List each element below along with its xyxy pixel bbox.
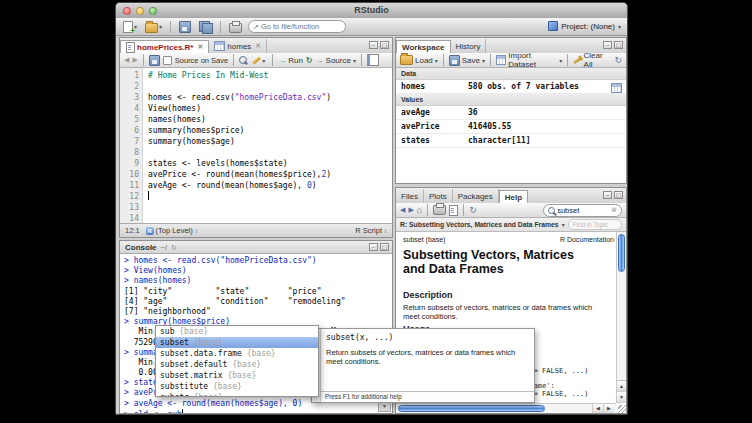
code-line[interactable]: 11aveAge <- round(mean(homes$age), 0) xyxy=(120,180,392,191)
console-prompt-line[interactable]: > old <- sub xyxy=(124,409,392,413)
tab-homeprices-r[interactable]: homePrices.R* ✕ xyxy=(120,40,209,54)
maximize-pane-button[interactable]: ▢ xyxy=(614,191,623,199)
code-line[interactable]: 4View(homes) xyxy=(120,103,392,114)
minimize-pane-button[interactable]: ‒ xyxy=(369,243,378,251)
save-all-button[interactable] xyxy=(197,20,214,33)
help-topic-title[interactable]: R: Subsetting Vectors, Matrices and Data… xyxy=(400,221,559,228)
completion-item[interactable]: substitute {base} xyxy=(156,381,318,392)
new-file-button[interactable]: ▾ xyxy=(121,20,139,34)
save-workspace-button[interactable]: Save▾ xyxy=(449,55,485,66)
close-tab-icon[interactable]: ✕ xyxy=(255,42,261,50)
tab-plots[interactable]: Plots xyxy=(424,189,453,203)
scroll-left-icon[interactable]: ◀ xyxy=(592,404,603,413)
scrollbar-thumb[interactable] xyxy=(398,405,545,412)
maximize-pane-button[interactable]: ▢ xyxy=(614,41,623,49)
import-dataset-button[interactable]: Import Dataset▾ xyxy=(496,51,562,69)
code-line[interactable]: 2 xyxy=(120,81,392,92)
clear-all-button[interactable]: Clear All xyxy=(573,51,611,69)
workspace-object-row[interactable]: statescharacter[11] xyxy=(396,134,626,148)
refresh-icon[interactable]: ↻ xyxy=(469,206,477,215)
back-icon[interactable]: ◀ xyxy=(124,56,129,64)
open-in-new-window-icon[interactable] xyxy=(449,205,458,216)
print-button[interactable] xyxy=(227,20,244,34)
find-in-topic-input[interactable]: Find in Topic xyxy=(568,219,622,230)
code-line[interactable]: 10avePrice <- round(mean(homes$price),2) xyxy=(120,169,392,180)
save-icon[interactable] xyxy=(149,55,160,66)
open-file-button[interactable]: ▾ xyxy=(143,20,164,34)
code-editor[interactable]: 1# Home Prices In Mid-West23homes <- rea… xyxy=(120,68,392,223)
home-icon[interactable]: ⌂ xyxy=(417,206,422,215)
source-on-save-checkbox[interactable] xyxy=(163,56,172,65)
resize-grip[interactable] xyxy=(618,405,626,413)
minimize-pane-button[interactable]: ‒ xyxy=(369,41,378,49)
code-line[interactable]: 3homes <- read.csv("homePriceData.csv") xyxy=(120,92,392,103)
completion-name: substitute xyxy=(160,382,213,391)
tab-help[interactable]: Help xyxy=(499,190,528,204)
code-line[interactable]: 1# Home Prices In Mid-West xyxy=(120,70,392,81)
tab-packages[interactable]: Packages xyxy=(453,189,499,203)
back-icon[interactable]: ◀ xyxy=(400,206,405,214)
save-button[interactable] xyxy=(177,20,193,34)
maximize-pane-button[interactable]: ▢ xyxy=(380,41,389,49)
scroll-right-icon[interactable]: ▶ xyxy=(603,404,614,413)
scope-selector[interactable]: R (Top Level) ↕ xyxy=(146,226,198,235)
chevron-down-icon: ▾ xyxy=(482,57,485,64)
code-line[interactable]: 9states <- levels(homes$state) xyxy=(120,158,392,169)
save-icon xyxy=(179,21,191,33)
tab-files[interactable]: Files xyxy=(396,189,424,203)
line-number: 14 xyxy=(120,213,139,223)
completion-item[interactable]: subset {base} xyxy=(156,337,318,348)
forward-icon[interactable]: ▶ xyxy=(132,56,137,64)
completion-item[interactable]: subset.matrix {base} xyxy=(156,370,318,381)
minimize-pane-button[interactable]: ‒ xyxy=(603,191,612,199)
clear-search-icon[interactable]: ⊗ xyxy=(611,206,617,214)
forward-icon[interactable]: ▶ xyxy=(408,206,413,214)
print-icon[interactable] xyxy=(433,205,446,215)
code-line[interactable]: 14 xyxy=(120,213,392,223)
help-vertical-scrollbar[interactable]: ▲ ▼ xyxy=(616,232,626,403)
code-line[interactable]: 6summary(homes$price) xyxy=(120,125,392,136)
help-search-input[interactable] xyxy=(557,206,609,215)
help-horizontal-scrollbar[interactable]: ◀ ▶ xyxy=(396,403,616,413)
close-tab-icon[interactable]: ✕ xyxy=(197,43,203,51)
run-button[interactable]: →Run xyxy=(278,56,303,65)
completion-item[interactable]: subset.data.frame {base} xyxy=(156,348,318,359)
workspace-object-row[interactable]: avePrice416405.55 xyxy=(396,120,626,134)
code-line[interactable]: 8 xyxy=(120,147,392,158)
rerun-icon[interactable]: ↻ xyxy=(306,56,313,65)
minimize-pane-button[interactable]: ‒ xyxy=(603,41,612,49)
maximize-pane-button[interactable]: ▢ xyxy=(380,243,389,251)
line-number: 3 xyxy=(120,92,139,103)
refresh-icon[interactable]: ↻ xyxy=(171,243,177,252)
goto-file-function-input[interactable] xyxy=(261,22,331,31)
scroll-up-icon[interactable]: ▲ xyxy=(617,381,626,392)
search-icon[interactable] xyxy=(239,56,247,64)
view-data-icon[interactable] xyxy=(611,83,622,93)
goto-file-function-box[interactable]: ↗ xyxy=(248,20,346,33)
refresh-icon[interactable]: ↻ xyxy=(614,56,622,65)
source-button[interactable]: →Source▾ xyxy=(316,56,356,65)
completion-item[interactable]: subset.default {base} xyxy=(156,359,318,370)
code-line[interactable]: 12 xyxy=(120,191,392,202)
code-line[interactable]: 7summary(homes$age) xyxy=(120,136,392,147)
completion-item[interactable]: sub {base} xyxy=(156,326,318,337)
code-line[interactable]: 13 xyxy=(120,202,392,213)
workspace-object-row[interactable]: homes580 obs. of 7 variables xyxy=(396,80,626,94)
scrollbar-thumb[interactable] xyxy=(618,234,625,272)
project-menu-button[interactable]: Project: (None) ▾ xyxy=(548,21,621,31)
code-tools-button[interactable]: ▾ xyxy=(250,56,267,65)
chevron-down-icon[interactable]: ▾ xyxy=(562,221,565,228)
clear-all-label: Clear All xyxy=(584,51,612,69)
code-line[interactable]: 5names(homes) xyxy=(120,114,392,125)
compile-notebook-icon[interactable] xyxy=(367,54,379,66)
load-workspace-button[interactable]: Load▾ xyxy=(400,55,438,65)
completion-item[interactable]: substr {base} xyxy=(156,392,318,396)
tab-history[interactable]: History xyxy=(451,39,487,53)
title-bar: RStudio xyxy=(116,3,627,19)
tab-workspace[interactable]: Workspace xyxy=(396,40,451,54)
file-type-selector[interactable]: R Script ↕ xyxy=(355,226,387,235)
scroll-down-icon[interactable]: ▼ xyxy=(617,392,626,403)
help-search-box[interactable]: ⊗ xyxy=(543,204,622,217)
tab-homes-data[interactable]: homes ✕ xyxy=(209,39,267,53)
workspace-object-row[interactable]: aveAge36 xyxy=(396,106,626,120)
